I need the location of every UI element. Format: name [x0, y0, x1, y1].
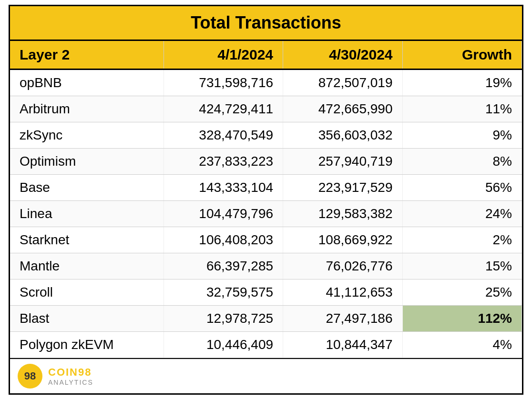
table-header-row: Layer 2 4/1/2024 4/30/2024 Growth: [10, 41, 522, 70]
cell-val2: 10,844,347: [283, 331, 402, 358]
cell-val1: 424,729,411: [164, 96, 283, 122]
cell-val2: 356,603,032: [283, 122, 402, 148]
cell-val1: 731,598,716: [164, 69, 283, 96]
table-row: Linea104,479,796129,583,38224%: [10, 200, 522, 227]
logo-symbol: 98: [24, 370, 36, 382]
table-row: Blast12,978,72527,497,186112%: [10, 305, 522, 331]
cell-growth: 56%: [402, 174, 522, 200]
cell-layer-name: Scroll: [10, 279, 164, 305]
table-row: Base143,333,104223,917,52956%: [10, 174, 522, 200]
cell-layer-name: Blast: [10, 305, 164, 331]
cell-val1: 12,978,725: [164, 305, 283, 331]
table-row: Arbitrum424,729,411472,665,99011%: [10, 96, 522, 122]
table-row: Starknet106,408,203108,669,9222%: [10, 227, 522, 253]
cell-val2: 223,917,529: [283, 174, 402, 200]
cell-growth: 112%: [402, 305, 522, 331]
table-title: Total Transactions: [10, 6, 522, 41]
header-date1: 4/1/2024: [164, 41, 283, 70]
cell-layer-name: Base: [10, 174, 164, 200]
cell-growth: 9%: [402, 122, 522, 148]
cell-val2: 108,669,922: [283, 227, 402, 253]
header-layer: Layer 2: [10, 41, 164, 70]
cell-layer-name: Mantle: [10, 253, 164, 279]
main-container: Total Transactions Layer 2 4/1/2024 4/30…: [9, 5, 523, 395]
cell-val2: 472,665,990: [283, 96, 402, 122]
table-row: Polygon zkEVM10,446,40910,844,3474%: [10, 331, 522, 358]
table-body: opBNB731,598,716872,507,01919%Arbitrum42…: [10, 69, 522, 358]
cell-layer-name: Starknet: [10, 227, 164, 253]
footer: 98 COIN98 ANALYTICS: [10, 358, 522, 393]
cell-layer-name: Polygon zkEVM: [10, 331, 164, 358]
cell-val2: 27,497,186: [283, 305, 402, 331]
cell-val1: 66,397,285: [164, 253, 283, 279]
cell-growth: 11%: [402, 96, 522, 122]
cell-layer-name: opBNB: [10, 69, 164, 96]
cell-growth: 15%: [402, 253, 522, 279]
logo-top: COIN98: [48, 366, 93, 379]
cell-val2: 872,507,019: [283, 69, 402, 96]
logo-text: COIN98 ANALYTICS: [48, 366, 93, 386]
cell-layer-name: Optimism: [10, 148, 164, 174]
cell-val1: 10,446,409: [164, 331, 283, 358]
transactions-table: Layer 2 4/1/2024 4/30/2024 Growth opBNB7…: [10, 41, 522, 358]
logo-circle: 98: [18, 364, 42, 389]
cell-layer-name: Linea: [10, 200, 164, 227]
table-row: opBNB731,598,716872,507,01919%: [10, 69, 522, 96]
logo-bottom: ANALYTICS: [48, 379, 93, 386]
table-row: zkSync328,470,549356,603,0329%: [10, 122, 522, 148]
table-row: Optimism237,833,223257,940,7198%: [10, 148, 522, 174]
table-row: Mantle66,397,28576,026,77615%: [10, 253, 522, 279]
cell-growth: 25%: [402, 279, 522, 305]
cell-val2: 257,940,719: [283, 148, 402, 174]
cell-val1: 32,759,575: [164, 279, 283, 305]
cell-val1: 106,408,203: [164, 227, 283, 253]
cell-val2: 129,583,382: [283, 200, 402, 227]
cell-val1: 328,470,549: [164, 122, 283, 148]
cell-growth: 8%: [402, 148, 522, 174]
cell-val1: 104,479,796: [164, 200, 283, 227]
cell-growth: 4%: [402, 331, 522, 358]
cell-growth: 19%: [402, 69, 522, 96]
cell-val1: 143,333,104: [164, 174, 283, 200]
cell-val2: 41,112,653: [283, 279, 402, 305]
cell-growth: 24%: [402, 200, 522, 227]
cell-val2: 76,026,776: [283, 253, 402, 279]
cell-val1: 237,833,223: [164, 148, 283, 174]
cell-layer-name: Arbitrum: [10, 96, 164, 122]
header-date2: 4/30/2024: [283, 41, 402, 70]
cell-layer-name: zkSync: [10, 122, 164, 148]
table-row: Scroll32,759,57541,112,65325%: [10, 279, 522, 305]
cell-growth: 2%: [402, 227, 522, 253]
header-growth: Growth: [402, 41, 522, 70]
